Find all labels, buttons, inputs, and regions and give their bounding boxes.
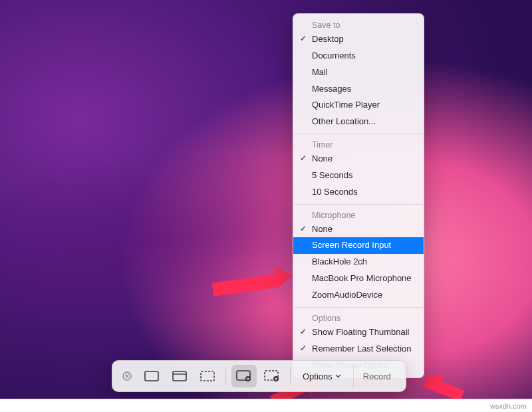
menu-item[interactable]: Other Location... — [293, 114, 424, 130]
menu-item[interactable]: QuickTime Player — [293, 97, 424, 114]
options-menu: Save to✓DesktopDocumentsMailMessagesQuic… — [293, 13, 424, 378]
menu-item[interactable]: ZoomAudioDevice — [293, 287, 424, 304]
menu-item-label: None — [312, 224, 332, 234]
checkmark-icon: ✓ — [300, 153, 307, 164]
checkmark-icon: ✓ — [300, 326, 307, 338]
svg-rect-2 — [173, 371, 186, 381]
menu-item[interactable]: ✓Show Floating Thumbnail — [293, 324, 424, 341]
menu-item-label: Mail — [312, 67, 328, 77]
svg-point-10 — [275, 377, 277, 379]
menu-item-label: Screen Record Input — [312, 240, 391, 250]
menu-item[interactable]: ✓Remember Last Selection — [293, 341, 424, 358]
menu-section-header: Microphone — [293, 208, 424, 221]
menu-separator — [295, 307, 422, 308]
menu-item[interactable]: ✓Desktop — [293, 31, 424, 48]
checkmark-icon: ✓ — [300, 223, 307, 235]
separator — [290, 367, 291, 385]
checkmark-icon: ✓ — [300, 33, 307, 45]
menu-item[interactable]: Screen Record Input — [293, 237, 424, 254]
svg-point-7 — [247, 377, 249, 379]
menu-item[interactable]: Messages — [293, 81, 424, 98]
options-label: Options — [303, 371, 332, 381]
menu-item-label: MacBook Pro Microphone — [312, 273, 412, 283]
record-label: Record — [363, 371, 391, 381]
menu-item-label: Show Floating Thumbnail — [312, 327, 409, 337]
capture-window-button[interactable] — [167, 365, 192, 387]
menu-section-header: Save to — [293, 18, 424, 31]
menu-item-label: None — [312, 154, 332, 163]
capture-entire-screen-button[interactable] — [139, 365, 164, 387]
menu-item[interactable]: BlackHole 2ch — [293, 254, 424, 270]
svg-rect-4 — [201, 371, 214, 381]
record-button[interactable]: Record — [353, 365, 400, 387]
capture-selection-button[interactable] — [195, 365, 220, 387]
menu-item-label: Messages — [312, 84, 351, 94]
options-button[interactable]: Options — [296, 365, 348, 387]
menu-item-label: Remember Last Selection — [312, 344, 412, 354]
chevron-down-icon — [335, 374, 341, 378]
menu-item-label: 5 Seconds — [312, 170, 352, 180]
menu-item[interactable]: MacBook Pro Microphone — [293, 270, 424, 287]
menu-item[interactable]: Mail — [293, 64, 424, 81]
menu-item-label: Other Location... — [312, 116, 376, 126]
menu-item[interactable]: ✓None — [293, 221, 424, 238]
page-footer: wsxdn.com — [0, 399, 532, 412]
menu-section-header: Options — [293, 311, 424, 324]
menu-item-label: BlackHole 2ch — [312, 257, 367, 266]
menu-item-label: Desktop — [312, 34, 344, 44]
record-entire-screen-button[interactable] — [231, 365, 257, 387]
svg-rect-1 — [145, 371, 158, 381]
close-button[interactable] — [118, 371, 136, 381]
menu-item[interactable]: 10 Seconds — [293, 184, 424, 201]
menu-item[interactable]: Documents — [293, 48, 424, 64]
menu-item-label: ZoomAudioDevice — [312, 290, 382, 300]
footer-credit: wsxdn.com — [490, 402, 527, 410]
record-selection-button[interactable] — [259, 365, 285, 387]
menu-item[interactable]: 5 Seconds — [293, 167, 424, 184]
checkmark-icon: ✓ — [300, 343, 307, 354]
menu-item[interactable]: ✓None — [293, 151, 424, 167]
menu-item-label: QuickTime Player — [312, 100, 380, 110]
screenshot-toolbar: Options Record — [112, 360, 406, 392]
desktop-wallpaper — [0, 0, 532, 399]
menu-separator — [295, 204, 422, 205]
separator — [225, 367, 226, 385]
menu-separator — [295, 134, 422, 134]
menu-section-header: Timer — [293, 138, 424, 151]
menu-item-label: 10 Seconds — [312, 187, 358, 197]
menu-item-label: Documents — [312, 51, 356, 60]
